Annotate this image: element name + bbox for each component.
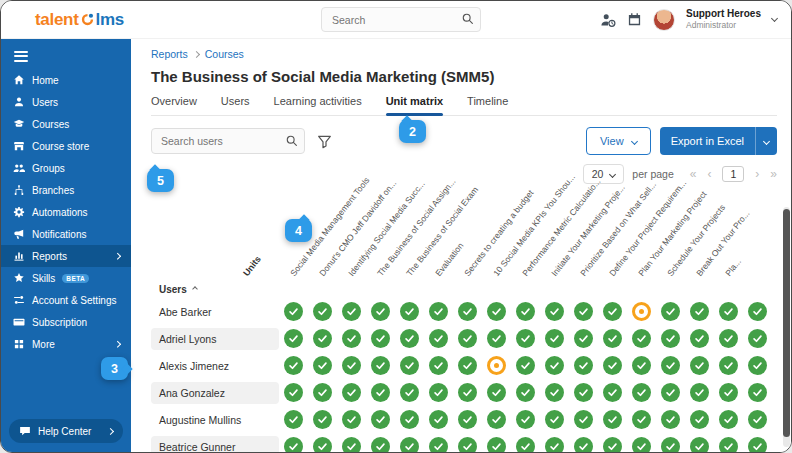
completed-status-icon	[598, 329, 627, 348]
user-name-cell[interactable]: Augustine Mullins	[151, 409, 279, 431]
home-icon	[13, 74, 25, 86]
sidebar-item-account-settings[interactable]: Account & Settings	[1, 289, 131, 311]
completed-status-icon	[627, 383, 656, 402]
sidebar-item-reports[interactable]: Reports	[1, 245, 131, 267]
user-avatar[interactable]	[653, 9, 675, 31]
completed-status-icon	[685, 329, 714, 348]
sidebar-item-label: Subscription	[32, 317, 87, 328]
completed-status-icon	[424, 410, 453, 429]
main-content: Reports Courses The Business of Social M…	[131, 39, 791, 453]
calendar-icon[interactable]	[627, 12, 642, 27]
completed-status-icon	[627, 356, 656, 375]
page-title: The Business of Social Media Marketing (…	[151, 68, 777, 85]
users-column-header[interactable]: Users	[151, 280, 777, 298]
breadcrumb-separator-icon	[193, 50, 200, 57]
completed-status-icon	[366, 437, 395, 453]
completed-status-icon	[714, 302, 743, 321]
sidebar-item-notifications[interactable]: Notifications	[1, 223, 131, 245]
search-icon	[461, 12, 474, 25]
completed-status-icon	[308, 356, 337, 375]
completed-status-icon	[366, 356, 395, 375]
completed-status-icon	[424, 437, 453, 453]
completed-status-icon	[453, 410, 482, 429]
per-page-label: per page	[632, 168, 673, 180]
tab-users[interactable]: Users	[221, 95, 250, 115]
sidebar-item-course-store[interactable]: Course store	[1, 135, 131, 157]
sidebar-item-branches[interactable]: Branches	[1, 179, 131, 201]
branches-icon	[13, 184, 25, 196]
completed-status-icon	[656, 356, 685, 375]
impersonate-user-icon[interactable]	[600, 12, 616, 28]
page-size-select[interactable]: 20	[583, 164, 625, 184]
completed-status-icon	[569, 410, 598, 429]
completed-status-icon	[714, 410, 743, 429]
completed-status-icon	[714, 383, 743, 402]
sidebar-item-automations[interactable]: Automations	[1, 201, 131, 223]
completed-status-icon	[424, 356, 453, 375]
groups-icon	[13, 162, 25, 174]
completed-status-icon	[366, 329, 395, 348]
search-users	[151, 128, 305, 154]
completed-status-icon	[308, 410, 337, 429]
user-name-cell[interactable]: Abe Barker	[151, 301, 279, 323]
completed-status-icon	[424, 383, 453, 402]
export-excel-button[interactable]: Export in Excel	[660, 127, 777, 155]
in-progress-status-icon	[482, 356, 511, 375]
sidebar-item-skills[interactable]: SkillsBETA	[1, 267, 131, 289]
completed-status-icon	[685, 302, 714, 321]
store-icon	[13, 140, 25, 152]
completed-status-icon	[279, 356, 308, 375]
tab-overview[interactable]: Overview	[151, 95, 197, 115]
breadcrumb-reports[interactable]: Reports	[151, 48, 188, 60]
tab-timeline[interactable]: Timeline	[467, 95, 508, 115]
sidebar-item-home[interactable]: Home	[1, 69, 131, 91]
completed-status-icon	[656, 329, 685, 348]
account-chevron-down-icon[interactable]	[771, 14, 778, 21]
tab-bar: OverviewUsersLearning activitiesUnit mat…	[151, 95, 777, 116]
user-name-cell[interactable]: Alexis Jimenez	[151, 355, 279, 377]
callout-badge-2: 2	[399, 120, 426, 143]
chevron-right-icon	[114, 253, 120, 259]
breadcrumb-courses[interactable]: Courses	[205, 48, 244, 60]
scrollbar-thumb[interactable]	[783, 209, 790, 437]
status-cells	[279, 302, 772, 321]
prev-page-button[interactable]: ‹	[707, 167, 711, 181]
sidebar: HomeUsersCoursesCourse storeGroupsBranch…	[1, 39, 131, 453]
page-nav: « ‹ 1 › »	[690, 166, 777, 182]
view-button[interactable]: View	[586, 127, 651, 155]
completed-status-icon	[627, 329, 656, 348]
user-name-cell[interactable]: Adriel Lyons	[151, 328, 279, 350]
user-name-cell[interactable]: Beatrice Gunner	[151, 436, 279, 453]
status-cells	[279, 410, 772, 429]
completed-status-icon	[453, 356, 482, 375]
sidebar-item-courses[interactable]: Courses	[1, 113, 131, 135]
sidebar-item-label: Skills	[32, 273, 55, 284]
logo[interactable]: talent lms	[35, 10, 124, 30]
export-dropdown[interactable]	[755, 127, 777, 155]
sidebar-item-users[interactable]: Users	[1, 91, 131, 113]
user-name: Support Heroes	[686, 8, 761, 20]
completed-status-icon	[627, 410, 656, 429]
user-name-cell[interactable]: Ana Gonzalez	[151, 382, 279, 404]
sidebar-item-groups[interactable]: Groups	[1, 157, 131, 179]
first-page-button[interactable]: «	[690, 167, 697, 181]
completed-status-icon	[540, 356, 569, 375]
table-row: Alexis Jimenez	[151, 352, 777, 379]
completed-status-icon	[569, 302, 598, 321]
tab-learning-activities[interactable]: Learning activities	[274, 95, 362, 115]
logo-text-lms: lms	[96, 10, 124, 30]
last-page-button[interactable]: »	[770, 167, 777, 181]
global-search-input[interactable]	[321, 7, 481, 32]
search-users-input[interactable]	[151, 128, 305, 154]
sidebar-item-more[interactable]: More	[1, 333, 131, 355]
completed-status-icon	[743, 356, 772, 375]
sidebar-item-label: Branches	[32, 185, 74, 196]
tab-unit-matrix[interactable]: Unit matrix	[386, 95, 443, 115]
next-page-button[interactable]: ›	[755, 167, 759, 181]
menu-toggle-icon[interactable]	[1, 39, 131, 69]
help-center-button[interactable]: Help Center	[9, 419, 123, 443]
completed-status-icon	[540, 302, 569, 321]
skills-icon	[13, 272, 25, 284]
filter-icon[interactable]	[317, 134, 332, 149]
sidebar-item-subscription[interactable]: Subscription	[1, 311, 131, 333]
